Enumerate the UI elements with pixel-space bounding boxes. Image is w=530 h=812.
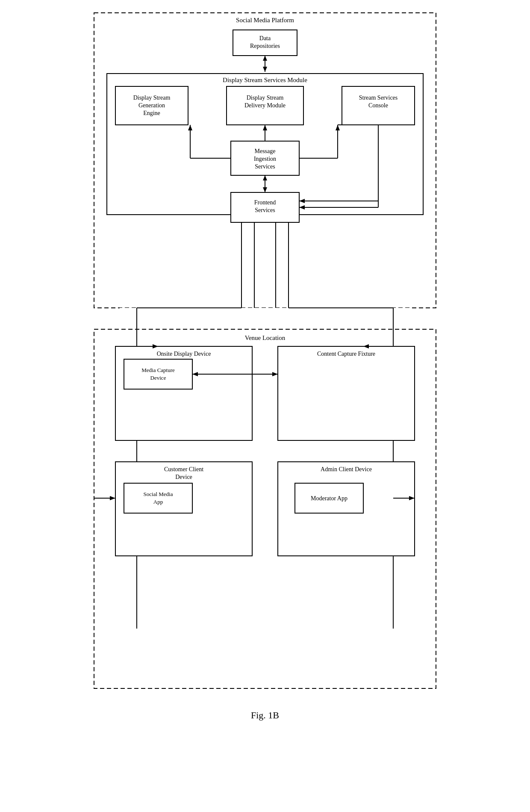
data-repo-text-1: Data [259, 35, 271, 41]
stream-console-t2: Console [368, 102, 388, 109]
arrow-mc-cc-right-head [272, 372, 278, 376]
fig-label: Fig. 1B [251, 710, 279, 720]
moderator-app-text: Moderator App [311, 495, 347, 502]
generation-engine-t3: Engine [143, 110, 160, 116]
page: Social Media Platform Data Repositories … [77, 9, 453, 770]
delivery-module-t2: Delivery Module [244, 102, 286, 109]
media-capture-t1: Media Capture [141, 367, 175, 373]
admin-client-label: Admin Client Device [321, 466, 372, 472]
stream-console-t1: Stream Services [359, 94, 398, 101]
social-media-app-box [124, 483, 192, 513]
customer-client-label-1: Customer Client [164, 466, 203, 472]
arrow-up-head [263, 56, 267, 61]
arrow-left-customer-head [110, 496, 115, 500]
content-capture-outer-label: Content Capture Fixture [317, 351, 375, 357]
social-media-app-t2: App [153, 499, 163, 505]
msg-ingestion-t3: Services [255, 163, 275, 170]
onsite-display-label: Onsite Display Device [157, 351, 211, 357]
msg-ingestion-t1: Message [255, 148, 276, 154]
frontend-t1: Frontend [254, 199, 276, 206]
media-capture-box [124, 359, 192, 389]
media-capture-t2: Device [150, 375, 166, 381]
data-repo-text-2: Repositories [250, 43, 280, 49]
social-platform-label: Social Media Platform [236, 17, 294, 24]
social-media-app-t1: Social Media [144, 491, 173, 497]
content-capture-outer-box [278, 346, 415, 440]
customer-client-label-2: Device [175, 474, 192, 480]
msg-ingestion-t2: Ingestion [254, 156, 276, 162]
dssm-label: Display Stream Services Module [223, 77, 307, 83]
venue-label: Venue Location [245, 334, 286, 341]
frontend-t2: Services [255, 207, 275, 213]
diagram-svg: Social Media Platform Data Repositories … [90, 9, 440, 770]
generation-engine-t1: Display Stream [133, 94, 171, 101]
delivery-module-t1: Display Stream [247, 94, 284, 101]
arrow-down-head [263, 67, 267, 72]
generation-engine-t2: Generation [138, 102, 165, 109]
